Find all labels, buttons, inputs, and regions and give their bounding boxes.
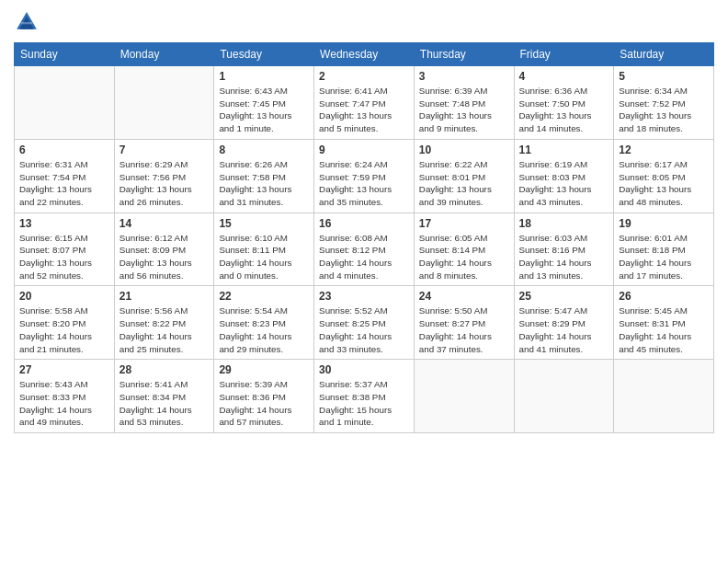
cell-date: 25 [519,290,609,303]
calendar-cell: 10Sunrise: 6:22 AM Sunset: 8:01 PM Dayli… [414,139,514,213]
calendar-cell: 12Sunrise: 6:17 AM Sunset: 8:05 PM Dayli… [614,139,714,213]
calendar-cell: 24Sunrise: 5:50 AM Sunset: 8:27 PM Dayli… [414,286,514,360]
calendar-cell: 14Sunrise: 6:12 AM Sunset: 8:09 PM Dayli… [114,213,214,286]
calendar-week-row: 20Sunrise: 5:58 AM Sunset: 8:20 PM Dayli… [15,286,714,360]
cell-date: 18 [519,217,609,230]
cell-info: Sunrise: 5:47 AM Sunset: 8:29 PM Dayligh… [519,304,609,355]
cell-info: Sunrise: 5:39 AM Sunset: 8:36 PM Dayligh… [219,378,309,429]
cell-info: Sunrise: 6:34 AM Sunset: 7:52 PM Dayligh… [619,85,709,135]
cell-date: 29 [219,363,309,376]
cell-date: 17 [419,217,509,230]
cell-date: 1 [219,70,309,83]
calendar-cell: 19Sunrise: 6:01 AM Sunset: 8:18 PM Dayli… [614,213,714,286]
cell-date: 22 [219,290,309,303]
cell-info: Sunrise: 6:08 AM Sunset: 8:12 PM Dayligh… [319,232,409,282]
calendar-cell [15,66,115,140]
calendar-cell: 15Sunrise: 6:10 AM Sunset: 8:11 PM Dayli… [214,213,314,286]
svg-rect-2 [21,22,32,24]
cell-info: Sunrise: 6:05 AM Sunset: 8:14 PM Dayligh… [419,232,509,282]
cell-date: 16 [319,217,409,230]
cell-date: 13 [19,217,109,230]
calendar-cell: 4Sunrise: 6:36 AM Sunset: 7:50 PM Daylig… [514,66,614,140]
calendar-cell: 22Sunrise: 5:54 AM Sunset: 8:23 PM Dayli… [214,286,314,360]
calendar-cell: 20Sunrise: 5:58 AM Sunset: 8:20 PM Dayli… [15,286,115,360]
calendar-cell: 27Sunrise: 5:43 AM Sunset: 8:33 PM Dayli… [15,360,115,433]
cell-info: Sunrise: 6:01 AM Sunset: 8:18 PM Dayligh… [619,232,709,282]
cell-date: 8 [219,144,309,156]
weekday-header-saturday: Saturday [614,43,714,66]
cell-info: Sunrise: 5:43 AM Sunset: 8:33 PM Dayligh… [19,378,109,429]
logo-icon [14,9,40,35]
cell-date: 15 [219,217,309,230]
cell-info: Sunrise: 6:29 AM Sunset: 7:56 PM Dayligh… [119,158,210,209]
weekday-header-tuesday: Tuesday [214,43,314,66]
logo [14,9,43,35]
cell-info: Sunrise: 5:54 AM Sunset: 8:23 PM Dayligh… [219,304,309,355]
cell-info: Sunrise: 6:24 AM Sunset: 7:59 PM Dayligh… [319,158,409,209]
calendar: SundayMondayTuesdayWednesdayThursdayFrid… [14,42,714,433]
calendar-week-row: 6Sunrise: 6:31 AM Sunset: 7:54 PM Daylig… [15,139,714,213]
calendar-cell: 29Sunrise: 5:39 AM Sunset: 8:36 PM Dayli… [214,360,314,433]
cell-info: Sunrise: 6:15 AM Sunset: 8:07 PM Dayligh… [19,232,109,282]
cell-info: Sunrise: 5:56 AM Sunset: 8:22 PM Dayligh… [119,304,210,355]
calendar-cell: 17Sunrise: 6:05 AM Sunset: 8:14 PM Dayli… [414,213,514,286]
cell-date: 14 [119,217,210,230]
calendar-week-row: 13Sunrise: 6:15 AM Sunset: 8:07 PM Dayli… [15,213,714,286]
calendar-cell: 2Sunrise: 6:41 AM Sunset: 7:47 PM Daylig… [314,66,415,140]
calendar-cell: 23Sunrise: 5:52 AM Sunset: 8:25 PM Dayli… [314,286,415,360]
calendar-cell: 25Sunrise: 5:47 AM Sunset: 8:29 PM Dayli… [514,286,614,360]
cell-info: Sunrise: 5:58 AM Sunset: 8:20 PM Dayligh… [19,304,109,355]
cell-date: 9 [319,144,409,156]
cell-info: Sunrise: 5:37 AM Sunset: 8:38 PM Dayligh… [319,378,409,429]
cell-info: Sunrise: 5:41 AM Sunset: 8:34 PM Dayligh… [119,378,210,429]
cell-date: 7 [119,144,210,156]
cell-date: 24 [419,290,509,303]
cell-date: 21 [119,290,210,303]
cell-date: 23 [319,290,409,303]
calendar-cell [614,360,714,433]
cell-date: 19 [619,217,709,230]
calendar-cell [514,360,614,433]
calendar-cell: 13Sunrise: 6:15 AM Sunset: 8:07 PM Dayli… [15,213,115,286]
calendar-cell: 18Sunrise: 6:03 AM Sunset: 8:16 PM Dayli… [514,213,614,286]
calendar-cell: 5Sunrise: 6:34 AM Sunset: 7:52 PM Daylig… [614,66,714,140]
cell-date: 28 [119,363,210,376]
calendar-cell: 6Sunrise: 6:31 AM Sunset: 7:54 PM Daylig… [15,139,115,213]
cell-info: Sunrise: 6:22 AM Sunset: 8:01 PM Dayligh… [419,158,509,209]
cell-date: 12 [619,144,709,156]
cell-date: 3 [419,70,509,83]
weekday-header-wednesday: Wednesday [314,43,415,66]
calendar-cell: 11Sunrise: 6:19 AM Sunset: 8:03 PM Dayli… [514,139,614,213]
calendar-cell: 21Sunrise: 5:56 AM Sunset: 8:22 PM Dayli… [114,286,214,360]
calendar-cell: 1Sunrise: 6:43 AM Sunset: 7:45 PM Daylig… [214,66,314,140]
cell-info: Sunrise: 5:50 AM Sunset: 8:27 PM Dayligh… [419,304,509,355]
weekday-header-thursday: Thursday [414,43,514,66]
cell-info: Sunrise: 6:10 AM Sunset: 8:11 PM Dayligh… [219,232,309,282]
cell-info: Sunrise: 6:17 AM Sunset: 8:05 PM Dayligh… [619,158,709,209]
calendar-cell: 7Sunrise: 6:29 AM Sunset: 7:56 PM Daylig… [114,139,214,213]
weekday-header-row: SundayMondayTuesdayWednesdayThursdayFrid… [15,43,714,66]
cell-date: 4 [519,70,609,83]
cell-info: Sunrise: 6:31 AM Sunset: 7:54 PM Dayligh… [19,158,109,209]
cell-info: Sunrise: 6:36 AM Sunset: 7:50 PM Dayligh… [519,85,609,135]
weekday-header-monday: Monday [114,43,214,66]
cell-date: 6 [19,144,109,156]
calendar-cell: 26Sunrise: 5:45 AM Sunset: 8:31 PM Dayli… [614,286,714,360]
weekday-header-sunday: Sunday [15,43,115,66]
weekday-header-friday: Friday [514,43,614,66]
calendar-cell: 3Sunrise: 6:39 AM Sunset: 7:48 PM Daylig… [414,66,514,140]
calendar-cell: 16Sunrise: 6:08 AM Sunset: 8:12 PM Dayli… [314,213,415,286]
cell-date: 26 [619,290,709,303]
cell-date: 2 [319,70,409,83]
cell-info: Sunrise: 5:45 AM Sunset: 8:31 PM Dayligh… [619,304,709,355]
page: SundayMondayTuesdayWednesdayThursdayFrid… [0,0,728,563]
cell-info: Sunrise: 6:41 AM Sunset: 7:47 PM Dayligh… [319,85,409,135]
calendar-cell: 28Sunrise: 5:41 AM Sunset: 8:34 PM Dayli… [114,360,214,433]
cell-info: Sunrise: 6:12 AM Sunset: 8:09 PM Dayligh… [119,232,210,282]
calendar-cell: 9Sunrise: 6:24 AM Sunset: 7:59 PM Daylig… [314,139,415,213]
cell-info: Sunrise: 6:39 AM Sunset: 7:48 PM Dayligh… [419,85,509,135]
calendar-cell [114,66,214,140]
calendar-cell: 30Sunrise: 5:37 AM Sunset: 8:38 PM Dayli… [314,360,415,433]
cell-info: Sunrise: 6:43 AM Sunset: 7:45 PM Dayligh… [219,85,309,135]
header [14,9,714,35]
